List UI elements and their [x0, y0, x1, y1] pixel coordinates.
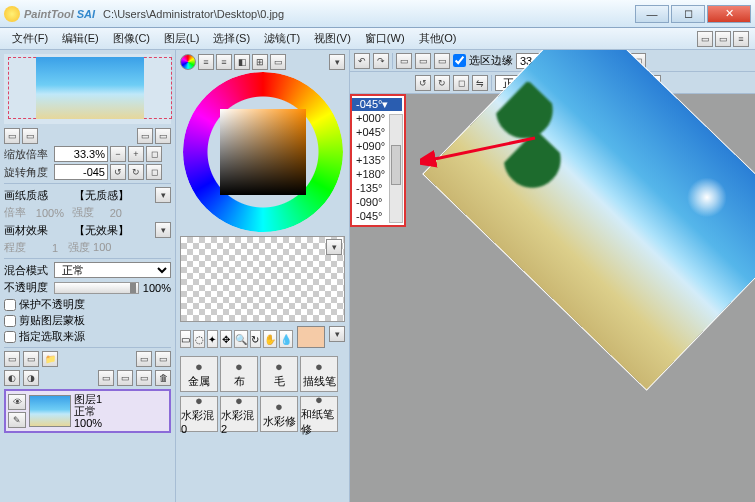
menubar-btn-2[interactable]: ▭: [715, 31, 731, 47]
new-folder-icon[interactable]: 📁: [42, 351, 58, 367]
brush-w2[interactable]: ●水彩混2: [220, 396, 258, 432]
cb-protect-opacity[interactable]: [4, 299, 16, 311]
menu-image[interactable]: 图像(C): [107, 29, 156, 48]
zoom-input[interactable]: [54, 146, 108, 162]
redo-icon[interactable]: ↷: [373, 53, 389, 69]
sel-edge-checkbox[interactable]: [453, 54, 466, 67]
brush-metal[interactable]: ●金属: [180, 356, 218, 392]
minimize-button[interactable]: —: [635, 5, 669, 23]
canvas-area[interactable]: [350, 94, 755, 502]
flatten-icon[interactable]: ▭: [117, 370, 133, 386]
zoom-reset[interactable]: ◻: [146, 146, 162, 162]
rot-cw-icon[interactable]: ↻: [434, 75, 450, 91]
deselect-icon[interactable]: ▭: [396, 53, 412, 69]
swatch-palette[interactable]: ▾: [180, 236, 345, 322]
scratchpad-tab[interactable]: ▭: [270, 54, 286, 70]
show-sel-icon[interactable]: ▭: [434, 53, 450, 69]
color-expand-icon[interactable]: ▾: [329, 54, 345, 70]
color-wheel[interactable]: [183, 72, 343, 232]
nav-btn-1[interactable]: ▭: [4, 128, 20, 144]
tool-magic-wand[interactable]: ✦: [207, 330, 218, 348]
rot-reset-icon[interactable]: ◻: [453, 75, 469, 91]
clear-icon[interactable]: ▭: [136, 370, 152, 386]
menu-file[interactable]: 文件(F): [6, 29, 54, 48]
new-layer-icon[interactable]: ▭: [4, 351, 20, 367]
menu-other[interactable]: 其他(O): [413, 29, 463, 48]
nav-btn-3[interactable]: ▭: [137, 128, 153, 144]
layer-visibility-icon[interactable]: 👁: [8, 394, 26, 410]
angle-input[interactable]: [54, 164, 108, 180]
file-path: C:\Users\Administrator\Desktop\0.jpg: [103, 8, 284, 20]
layer-btn-a[interactable]: ▭: [136, 351, 152, 367]
menu-view[interactable]: 视图(V): [308, 29, 357, 48]
paper-texture-value[interactable]: 【无质感】: [50, 188, 153, 203]
angle-ccw[interactable]: ↺: [110, 164, 126, 180]
maximize-button[interactable]: ◻: [671, 5, 705, 23]
invert-icon[interactable]: ▭: [415, 53, 431, 69]
effect-dropdown-icon[interactable]: ▾: [155, 222, 171, 238]
menubar-btn-1[interactable]: ▭: [697, 31, 713, 47]
new-linework-icon[interactable]: ▭: [23, 351, 39, 367]
tool-zoom[interactable]: 🔍: [234, 330, 248, 348]
tool-move[interactable]: ✥: [220, 330, 231, 348]
fg-color[interactable]: [297, 326, 325, 348]
tool-lasso[interactable]: ◌: [193, 330, 204, 348]
tool-rect-select[interactable]: ▭: [180, 330, 191, 348]
nav-btn-2[interactable]: ▭: [22, 128, 38, 144]
tool-rotate[interactable]: ↻: [250, 330, 261, 348]
apply-mask-icon[interactable]: ◑: [23, 370, 39, 386]
menu-layer[interactable]: 图层(L): [158, 29, 205, 48]
layer-edit-icon[interactable]: ✎: [8, 412, 26, 428]
paper-dropdown-icon[interactable]: ▾: [155, 187, 171, 203]
tools-expand-icon[interactable]: ▾: [329, 326, 345, 342]
brush-w3[interactable]: ●水彩修: [260, 396, 298, 432]
intensity-label: 强度: [72, 205, 94, 220]
effect-label: 画材效果: [4, 223, 48, 238]
opacity-slider[interactable]: [54, 282, 139, 294]
angle-cw[interactable]: ↻: [128, 164, 144, 180]
dropdown-scrollbar[interactable]: [389, 114, 403, 223]
brush-paper[interactable]: ●和纸笔修: [300, 396, 338, 432]
brush-w1[interactable]: ●水彩混0: [180, 396, 218, 432]
zoom-plus[interactable]: +: [128, 146, 144, 162]
sv-picker[interactable]: [220, 109, 306, 195]
navigator-thumbnail[interactable]: [4, 54, 171, 124]
angle-dropdown[interactable]: -045°▾ +000° +045° +090° +135° +180° -13…: [350, 94, 406, 227]
tool-hand[interactable]: ✋: [263, 330, 277, 348]
palette-expand-icon[interactable]: ▾: [326, 239, 342, 255]
menu-filter[interactable]: 滤镜(T): [258, 29, 306, 48]
cb-clip-mask[interactable]: [4, 315, 16, 327]
effect-value[interactable]: 【无效果】: [50, 223, 153, 238]
brush-cloth[interactable]: ●布: [220, 356, 258, 392]
menu-select[interactable]: 选择(S): [207, 29, 256, 48]
close-button[interactable]: ✕: [707, 5, 751, 23]
swatches-tab[interactable]: ⊞: [252, 54, 268, 70]
mask-icon[interactable]: ◐: [4, 370, 20, 386]
color-wheel-tab[interactable]: [180, 54, 196, 70]
brush-line[interactable]: ●描线笔: [300, 356, 338, 392]
tool-eyedropper[interactable]: 💧: [279, 330, 293, 348]
angle-reset[interactable]: ◻: [146, 164, 162, 180]
layer-item[interactable]: 👁 ✎ 图层1 正常 100%: [4, 389, 171, 433]
layer-btn-b[interactable]: ▭: [155, 351, 171, 367]
rot-ccw-icon[interactable]: ↺: [415, 75, 431, 91]
menubar-btn-3[interactable]: ≡: [733, 31, 749, 47]
menu-window[interactable]: 窗口(W): [359, 29, 411, 48]
blend-mode-select[interactable]: 正常: [54, 262, 171, 278]
merge-icon[interactable]: ▭: [98, 370, 114, 386]
cb-spec-select-src[interactable]: [4, 331, 16, 343]
chevron-down-icon[interactable]: ▾: [382, 98, 388, 111]
nav-btn-4[interactable]: ▭: [155, 128, 171, 144]
mult-label: 倍率: [4, 205, 26, 220]
mult-value: 100%: [28, 207, 64, 219]
rgb-tab[interactable]: ≡: [198, 54, 214, 70]
flip-h-icon[interactable]: ⇋: [472, 75, 488, 91]
delete-layer-icon[interactable]: 🗑: [155, 370, 171, 386]
degree-label: 程度: [4, 240, 26, 255]
hsv-tab[interactable]: ≡: [216, 54, 232, 70]
brush-hair[interactable]: ●毛: [260, 356, 298, 392]
menu-edit[interactable]: 编辑(E): [56, 29, 105, 48]
zoom-minus[interactable]: −: [110, 146, 126, 162]
undo-icon[interactable]: ↶: [354, 53, 370, 69]
mixer-tab[interactable]: ◧: [234, 54, 250, 70]
